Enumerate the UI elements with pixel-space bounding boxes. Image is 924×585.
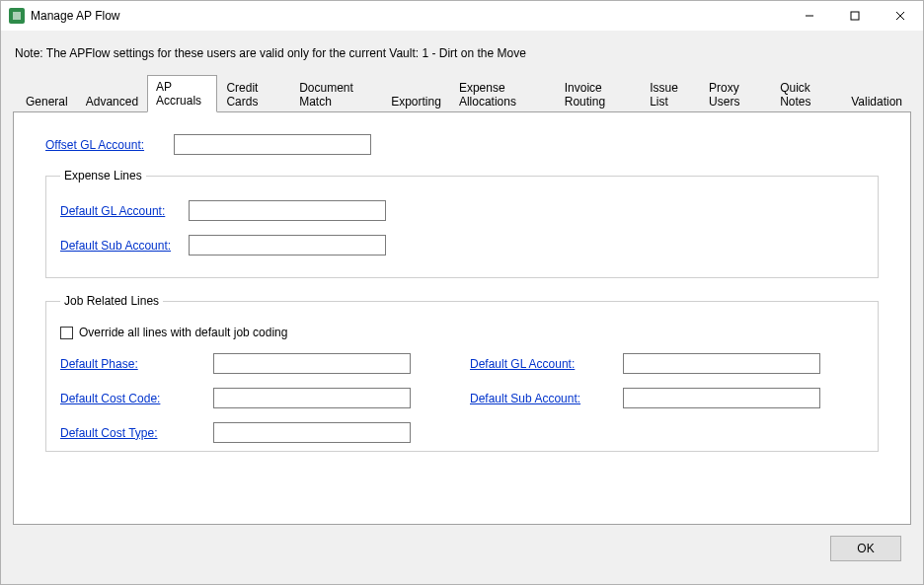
expense-default-sub-input[interactable]: [189, 235, 386, 256]
maximize-button[interactable]: [832, 1, 878, 31]
default-cost-code-input[interactable]: [213, 388, 411, 408]
maximize-icon: [850, 11, 860, 21]
svg-rect-0: [13, 12, 21, 20]
minimize-button[interactable]: [787, 1, 832, 31]
tab-exporting[interactable]: Exporting: [382, 90, 450, 112]
tab-ap-accruals[interactable]: AP Accruals: [147, 75, 217, 112]
tab-expense-allocations[interactable]: Expense Allocations: [450, 76, 556, 112]
override-job-coding-label: Override all lines with default job codi…: [79, 326, 287, 339]
group-expense-lines: Expense Lines Default GL Account: Defaul…: [45, 169, 879, 278]
tab-invoice-routing[interactable]: Invoice Routing: [556, 76, 641, 112]
default-cost-type-input[interactable]: [213, 422, 411, 443]
tab-page-ap-accruals: Offset GL Account: Expense Lines Default…: [13, 111, 911, 525]
window-title: Manage AP Flow: [31, 9, 120, 23]
job-default-gl-input[interactable]: [623, 353, 820, 374]
tab-general[interactable]: General: [17, 90, 77, 112]
expense-default-gl-label[interactable]: Default GL Account:: [60, 204, 189, 218]
app-icon: [9, 8, 25, 24]
tabstrip: General Advanced AP Accruals Credit Card…: [13, 74, 911, 111]
expense-default-sub-label[interactable]: Default Sub Account:: [60, 239, 189, 253]
titlebar: Manage AP Flow: [1, 1, 923, 31]
close-button[interactable]: [878, 1, 923, 31]
tab-validation[interactable]: Validation: [842, 90, 911, 112]
job-grid: Default Phase: Default GL Account: Defau…: [60, 353, 864, 443]
default-phase-input[interactable]: [213, 353, 411, 374]
job-related-lines-legend: Job Related Lines: [60, 294, 163, 308]
offset-gl-account-label[interactable]: Offset GL Account:: [45, 138, 174, 152]
expense-default-gl-input[interactable]: [189, 200, 386, 221]
row-override-checkbox: Override all lines with default job codi…: [60, 326, 864, 339]
expense-lines-legend: Expense Lines: [60, 169, 146, 183]
tab-credit-cards[interactable]: Credit Cards: [217, 76, 290, 112]
row-expense-default-gl: Default GL Account:: [60, 200, 864, 221]
group-job-related-lines: Job Related Lines Override all lines wit…: [45, 294, 879, 452]
default-phase-label[interactable]: Default Phase:: [60, 357, 213, 371]
window-frame: Manage AP Flow Note: The APFlow settings…: [0, 0, 924, 585]
row-expense-default-sub: Default Sub Account:: [60, 235, 864, 256]
offset-gl-account-input[interactable]: [174, 134, 371, 155]
job-default-gl-label[interactable]: Default GL Account:: [470, 357, 623, 371]
svg-rect-2: [851, 12, 859, 20]
note-text: Note: The APFlow settings for these user…: [13, 40, 911, 74]
tab-document-match[interactable]: Document Match: [290, 76, 382, 112]
default-cost-code-label[interactable]: Default Cost Code:: [60, 392, 213, 405]
row-offset-gl: Offset GL Account:: [45, 134, 879, 155]
tab-issue-list[interactable]: Issue List: [641, 76, 700, 112]
minimize-icon: [805, 11, 814, 21]
dialog-footer: OK: [13, 525, 911, 572]
tab-quick-notes[interactable]: Quick Notes: [771, 76, 842, 112]
tab-proxy-users[interactable]: Proxy Users: [700, 76, 771, 112]
close-icon: [895, 11, 905, 21]
override-job-coding-checkbox[interactable]: [60, 327, 73, 339]
dialog-body: Note: The APFlow settings for these user…: [1, 31, 923, 584]
titlebar-left: Manage AP Flow: [9, 8, 120, 24]
ok-button[interactable]: OK: [830, 536, 901, 561]
job-default-sub-label[interactable]: Default Sub Account:: [470, 392, 623, 405]
default-cost-type-label[interactable]: Default Cost Type:: [60, 426, 213, 440]
job-default-sub-input[interactable]: [623, 388, 820, 408]
tab-advanced[interactable]: Advanced: [77, 90, 147, 112]
window-controls: [787, 1, 923, 31]
